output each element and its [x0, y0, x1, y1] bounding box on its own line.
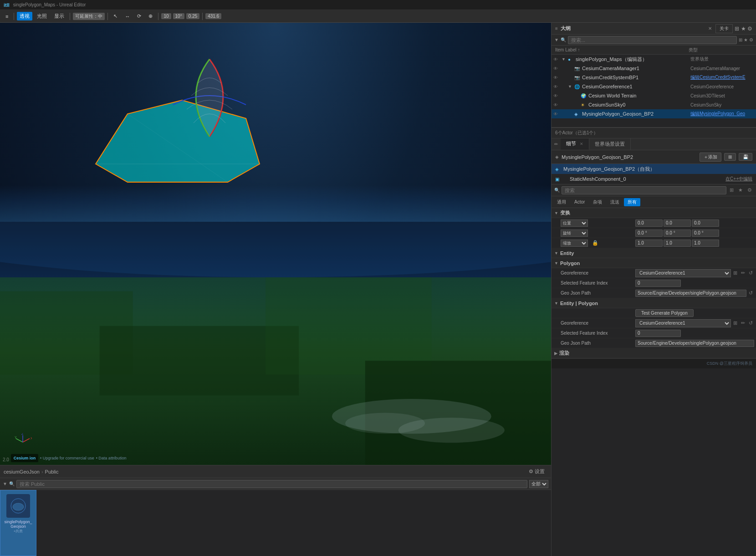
tree-item-credit[interactable]: 👁 📷 CesiumCreditSystemBP1 编辑CesiumCredit… [552, 73, 756, 82]
scale-x[interactable] [635, 240, 663, 247]
tab-world-settings[interactable]: 世界场景设置 [589, 138, 631, 150]
details-star-btn[interactable]: ★ [737, 187, 744, 194]
georef2-reset-btn[interactable]: ↺ [747, 320, 754, 326]
feature-index-input[interactable] [635, 280, 681, 287]
expand-icon-0[interactable]: ▼ [562, 57, 568, 61]
item-icon-1: 📷 [574, 66, 581, 71]
breadcrumb-sub[interactable]: Public [45, 469, 59, 474]
details-grid-btn[interactable]: ⊞ [728, 187, 735, 194]
tree-item-sky[interactable]: 👁 ☀ CesiumSunSky0 CesiumSunSky [552, 100, 756, 109]
outliner-search-input[interactable] [568, 36, 737, 44]
prop-feature-index2-value [635, 330, 754, 337]
breadcrumb-root[interactable]: cesiumGeoJson [4, 469, 40, 474]
georef-reset-btn[interactable]: ↺ [747, 270, 754, 276]
content-settings-btn[interactable]: ⚙ 设置 [526, 467, 547, 476]
scale-dropdown[interactable]: 缩放 [561, 240, 588, 247]
content-search-input[interactable] [16, 480, 527, 488]
outliner-tab-separator: ✕ [708, 26, 712, 31]
scale-y[interactable] [664, 240, 691, 247]
georef-select[interactable]: CesiumGeoreference1 [635, 269, 731, 277]
geojson-path2-input[interactable] [635, 340, 754, 347]
feature-index2-input[interactable] [635, 330, 681, 337]
eye-icon-4[interactable]: 👁 [553, 93, 561, 98]
filter-actor[interactable]: Actor [571, 199, 588, 205]
svg-text:Z: Z [21, 433, 24, 435]
details-search-input[interactable] [562, 186, 726, 194]
lighting-btn[interactable]: 光照 [34, 12, 50, 20]
tree-item-terrain[interactable]: 👁 🌍 Cesium World Terrain Cesium3DTileset [552, 91, 756, 100]
tree-item-georef[interactable]: 👁 ▼ 🌐 CesiumGeoreference1 CesiumGeorefer… [552, 82, 756, 91]
eye-icon-0[interactable]: 👁 [553, 57, 561, 62]
filter-misc[interactable]: 杂项 [589, 198, 606, 206]
eye-icon-3[interactable]: 👁 [553, 84, 561, 89]
item-label-5: CesiumSunSky0 [588, 102, 690, 107]
content-item-polygon[interactable]: singlePolygon_Geojson +共类 [0, 490, 36, 556]
show-btn[interactable]: 显示 [51, 12, 67, 20]
position-y[interactable] [664, 219, 691, 227]
tab-details-close[interactable]: ✕ [580, 142, 583, 146]
breadcrumb: cesiumGeoJson › Public [4, 469, 59, 474]
position-x[interactable] [635, 219, 663, 227]
level-tab[interactable]: 关卡 [715, 24, 733, 33]
viewport[interactable]: X Y Z 2.0 Cesium ion • Upgrade for comme… [0, 23, 551, 465]
component-edit-link[interactable]: 在C++中编辑 [725, 176, 752, 182]
outliner-filter-icon[interactable]: ▼ [554, 37, 559, 42]
move-tool[interactable]: ↔ [122, 13, 133, 20]
filter-general[interactable]: 通用 [553, 198, 570, 206]
tab-details-label: 细节 [566, 140, 576, 147]
tree-item-polygon[interactable]: 👁 ◈ MysinglePolygon_Geojson_BP2 编辑Mysing… [552, 109, 756, 118]
outliner-tree: 👁 ▼ ● singlePolygon_Maps（编辑器） 世界场景 👁 📷 C… [552, 55, 756, 127]
scale-z[interactable] [692, 240, 719, 247]
content-area: singlePolygon_Geojson +共类 [0, 490, 551, 556]
component-view-btn[interactable]: ⊞ [724, 153, 736, 161]
scale-lock-icon[interactable]: 🔒 [592, 240, 598, 245]
eye-icon-5[interactable]: 👁 [553, 102, 561, 107]
component-save-btn[interactable]: 💾 [739, 153, 752, 161]
tree-item-camera[interactable]: 👁 📷 CesiumCameraManager1 CesiumCameraMan… [552, 64, 756, 73]
georef-expand-btn[interactable]: ⊞ [732, 270, 739, 276]
menu-btn[interactable]: ≡ [3, 13, 11, 20]
geojson-path-input[interactable] [635, 290, 746, 297]
select-tool[interactable]: ↖ [111, 12, 120, 20]
eye-icon-1[interactable]: 👁 [553, 66, 561, 71]
rotation-x[interactable] [635, 230, 663, 237]
outliner-view-icons[interactable]: ⊞ ★ ⚙ [739, 37, 753, 42]
georef2-select[interactable]: CesiumGeoreference1 [635, 319, 731, 327]
outliner-icons[interactable]: ⊞ ★ ⚙ [735, 26, 752, 32]
tab-details[interactable]: 细节 ✕ [561, 138, 589, 150]
section-transform[interactable]: ▼ 变换 [552, 208, 756, 218]
details-search-icon: 🔍 [554, 188, 560, 193]
prop-geojson-path2-label: Geo Json Path [553, 341, 635, 346]
section-render[interactable]: ▶ 渲染 [552, 348, 756, 358]
perspective-btn[interactable]: 透视 [17, 12, 32, 20]
content-filter-dropdown[interactable]: 全部 [529, 480, 548, 488]
rotate-tool[interactable]: ⟳ [134, 12, 144, 20]
details-gear-btn[interactable]: ⚙ [746, 187, 753, 194]
position-z[interactable] [692, 219, 719, 227]
actor-box-icon: ◈ [555, 154, 559, 159]
rotation-z[interactable] [692, 230, 719, 237]
eye-icon-6[interactable]: 👁 [553, 112, 561, 117]
cesium-upgrade-link[interactable]: • Upgrade for commercial use [40, 456, 94, 460]
scale-tool[interactable]: ⊕ [146, 12, 155, 20]
section-entity[interactable]: ▼ Entity [552, 248, 756, 258]
geojson-path-reset-btn[interactable]: ↺ [747, 290, 754, 296]
component-self[interactable]: ◈ MysinglePolygon_Geojson_BP2（自我） [552, 164, 756, 174]
georef2-expand-btn[interactable]: ⊞ [732, 320, 739, 326]
rotation-y[interactable] [664, 230, 691, 237]
test-generate-polygon-btn[interactable]: Test Generate Polygon [635, 309, 694, 317]
georef-edit-btn[interactable]: ✏ [740, 270, 746, 276]
section-entity-polygon[interactable]: ▼ Entity | Polygon [552, 298, 756, 308]
position-dropdown[interactable]: 位置 [561, 219, 588, 227]
section-polygon[interactable]: ▼ Polygon [552, 258, 756, 268]
expand-icon-3[interactable]: ▼ [568, 84, 574, 89]
eye-icon-2[interactable]: 👁 [553, 75, 561, 80]
tree-item-world[interactable]: 👁 ▼ ● singlePolygon_Maps（编辑器） 世界场景 [552, 55, 756, 64]
filter-all[interactable]: 所有 [624, 198, 640, 206]
cesium-attr-link[interactable]: • Data attribution [96, 456, 127, 460]
component-mesh[interactable]: ▣ StaticMeshComponent_0 在C++中编辑 [552, 174, 756, 184]
filter-streaming[interactable]: 流送 [607, 198, 623, 206]
georef2-edit-btn[interactable]: ✏ [740, 320, 746, 326]
add-component-btn[interactable]: ＋添加 [700, 153, 721, 162]
rotation-dropdown[interactable]: 旋转 [561, 230, 588, 237]
